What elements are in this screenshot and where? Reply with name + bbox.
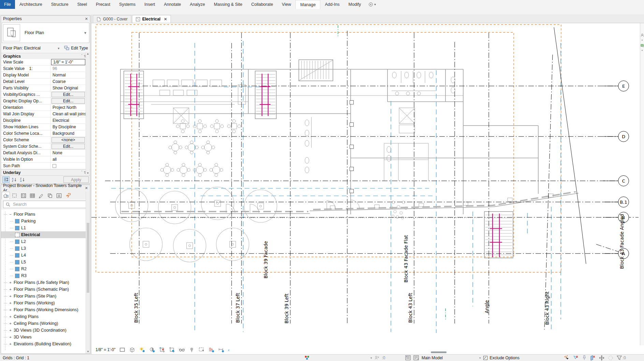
displacement-sets-icon[interactable] [208, 347, 215, 353]
sort-default-button[interactable] [2, 176, 10, 183]
tree-item-electrical[interactable]: Electrical [1, 231, 86, 238]
sort-ascending-button[interactable]: AZ [11, 176, 18, 183]
grid-bubble-e[interactable]: E [603, 81, 629, 91]
property-value-display-model[interactable]: Normal [51, 72, 86, 78]
collapse-bar-icon[interactable]: ‹ [228, 347, 230, 352]
sort-descending-button[interactable]: ZA [19, 176, 26, 183]
property-value-visible-in-option[interactable]: all [51, 156, 86, 162]
expand-icon[interactable]: + [9, 301, 12, 305]
ribbon-tab-massing-site[interactable]: Massing & Site [209, 0, 247, 9]
sun-path-icon[interactable] [139, 347, 145, 353]
grid-annotations[interactable]: EDCB.1BABlock 35 LeftBlock 37 LeftBlock … [133, 81, 629, 325]
groups-button[interactable] [46, 192, 54, 199]
sheets-table-button[interactable] [28, 192, 36, 199]
tree-node-ceiling-plans[interactable]: +Ceiling Plans [1, 313, 86, 320]
show-crop-region-icon[interactable] [169, 347, 175, 353]
floor-plan-drawing[interactable]: EDCB.1BABlock 35 LeftBlock 37 LeftBlock … [91, 23, 639, 345]
ribbon-tab-manage[interactable]: Manage [295, 0, 320, 9]
property-value-wall-join-display[interactable]: Clean all wall joins [51, 111, 86, 117]
underlay-section-header[interactable]: Underlay ˆ⇅ [1, 169, 90, 175]
ribbon-tab-analyze[interactable]: Analyze [186, 0, 209, 9]
grid-bubble-a[interactable]: A [603, 248, 629, 259]
chevron-down-icon[interactable]: ▾ [479, 356, 481, 360]
edit-type-button[interactable]: Edit Type [63, 46, 89, 50]
horizontal-scrollbar-thumb[interactable] [431, 351, 447, 353]
drawing-viewport[interactable]: EDCB.1BABlock 35 LeftBlock 37 LeftBlock … [91, 23, 644, 345]
select-underlay-icon[interactable] [573, 355, 579, 361]
temporary-hide-isolate-icon[interactable] [179, 347, 185, 353]
ribbon-tab-add-ins[interactable]: Add-Ins [320, 0, 344, 9]
view-tab-electrical[interactable]: Electrical✕ [132, 15, 171, 23]
crop-view-icon[interactable] [159, 347, 165, 353]
tree-item-l3[interactable]: L3 [1, 245, 86, 252]
reveal-hidden-elements-icon[interactable] [189, 347, 195, 353]
ribbon-display-toggle[interactable]: ▾ [365, 0, 379, 9]
reference-label-block-43-facade-angled[interactable]: Block 43 Facade Angled [619, 214, 625, 269]
views-tab-button[interactable] [2, 192, 10, 199]
visual-style-icon[interactable] [119, 347, 126, 353]
search-input[interactable] [12, 202, 85, 207]
tree-node-floor-plans-site-plan[interactable]: +Floor Plans (Site Plan) [1, 293, 86, 300]
property-value-view-scale[interactable]: 1/8" = 1'-0" [51, 59, 85, 65]
reference-label-block-37-left[interactable]: Block 37 Left [235, 293, 240, 323]
expand-icon[interactable]: + [9, 308, 12, 312]
ribbon-tab-precast[interactable]: Precast [91, 0, 115, 9]
property-value-graphic-display-op[interactable]: Edit... [52, 98, 85, 104]
file-menu-button[interactable]: File [0, 0, 15, 9]
property-value-orientation[interactable]: Project North [51, 104, 86, 111]
properties-scrollbar[interactable]: ▲▼ [86, 52, 90, 175]
ribbon-tab-systems[interactable]: Systems [115, 0, 140, 9]
drag-on-selection-icon[interactable] [599, 355, 604, 361]
active-design-option[interactable]: Main Model [422, 356, 443, 360]
grid-bubble-c[interactable]: C [603, 176, 629, 186]
ribbon-tab-collaborate[interactable]: Collaborate [247, 0, 277, 9]
expand-icon[interactable]: + [9, 328, 12, 332]
properties-close-icon[interactable]: ✕ [85, 17, 88, 21]
selection-filter-icon[interactable] [617, 355, 622, 360]
exclude-options-checkbox[interactable]: ✓ [483, 356, 487, 360]
tree-item-l2[interactable]: L2 [1, 238, 86, 245]
view-selector-dropdown[interactable]: Floor Plan: Electrical ▾ [2, 46, 61, 50]
expand-icon[interactable]: + [9, 294, 12, 298]
project-browser-scrollbar[interactable]: ▼ [86, 191, 90, 353]
user-panel-icon[interactable] [641, 33, 644, 37]
reference-label-block-39-facade[interactable]: Block 39 Facade [263, 241, 268, 278]
grid-lines[interactable] [91, 27, 639, 330]
tree-node-floor-plans-schematic-plan[interactable]: +Floor Plans (Schematic Plan) [1, 286, 86, 293]
tree-item-l4[interactable]: L4 [1, 252, 86, 259]
tree-node-floor-plans-working-dimensions[interactable]: +Floor Plans (Working Dimensions) [1, 306, 86, 313]
property-value-default-analysis-di[interactable]: None [51, 150, 86, 156]
property-value-detail-level[interactable]: Coarse [51, 78, 86, 85]
property-value-system-color-sche[interactable]: Edit... [52, 144, 85, 149]
ribbon-tab-architecture[interactable]: Architecture [15, 0, 47, 9]
property-value-parts-visibility[interactable]: Show Original [51, 85, 86, 91]
close-view-icon[interactable]: ✕ [164, 17, 167, 21]
project-browser-search[interactable] [3, 201, 88, 208]
ribbon-tab-insert[interactable]: Insert [140, 0, 159, 9]
property-value-discipline[interactable]: Electrical [51, 117, 86, 124]
ribbon-tab-steel[interactable]: Steel [73, 0, 91, 9]
grid-bubble-b[interactable]: B [603, 212, 629, 223]
expand-icon[interactable]: + [9, 335, 12, 339]
reset-temporary-overrides-icon[interactable] [608, 355, 613, 361]
tree-node-elevations-building-elevation[interactable]: +Elevations (Building Elevation) [1, 341, 86, 347]
type-selector[interactable]: Floor Plan ▼ [2, 23, 89, 43]
worksharing-icon[interactable] [305, 356, 309, 360]
grid-bubble-d[interactable]: D [603, 131, 629, 142]
chevron-down-icon[interactable]: ▾ [370, 356, 372, 360]
ribbon-tab-view[interactable]: View [277, 0, 295, 9]
tree-item-r2[interactable]: R2 [1, 265, 86, 272]
property-value-visibility-graphics[interactable]: Edit... [52, 92, 85, 97]
model-panel-icon[interactable] [641, 44, 644, 47]
apply-button[interactable]: Apply [63, 176, 89, 183]
scroll-down-arrow[interactable]: ▼ [86, 350, 90, 353]
collapse-icon[interactable]: − [9, 212, 12, 216]
select-by-face-icon[interactable] [590, 355, 596, 361]
select-links-icon[interactable] [564, 355, 570, 361]
revit-links-button[interactable] [55, 192, 63, 199]
link-button[interactable] [64, 192, 72, 199]
expand-icon[interactable]: + [9, 342, 12, 346]
selection-box-button[interactable] [11, 192, 19, 199]
view-tab-g000-cover[interactable]: G000 - Cover [93, 15, 131, 23]
tree-item-r3[interactable]: R3 [1, 272, 86, 279]
